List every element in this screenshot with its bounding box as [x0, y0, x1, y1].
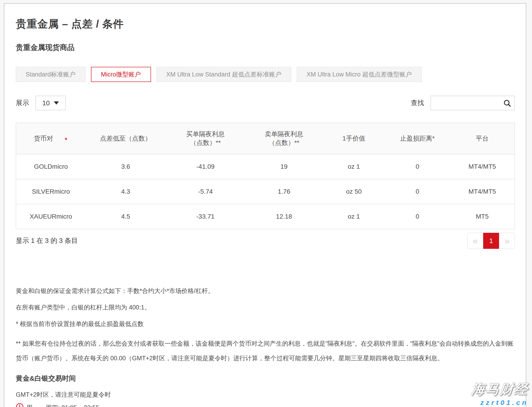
pagination-prev-button[interactable]: « [468, 233, 483, 249]
table-row: GOLDmicro 3.6 -41.09 19 oz 1 0 MT4/MT5 [16, 154, 515, 179]
search-label: 查找 [411, 98, 424, 108]
cell-symbol: GOLDmicro [16, 154, 86, 179]
column-header-spread[interactable]: 点差低至（点数） [86, 123, 165, 154]
table-header-row: 货币对▲ 点差低至（点数） 买单隔夜利息 （点数）** 卖单隔夜利息 （点数）*… [16, 123, 515, 154]
search-icon [503, 99, 512, 109]
note-stop-level: * 根据当前市价设置挂单的最低止损盈最低点数 [16, 320, 515, 328]
instruments-table: 货币对▲ 点差低至（点数） 买单隔夜利息 （点数）** 卖单隔夜利息 （点数）*… [16, 123, 515, 229]
column-header-platform[interactable]: 平台 [450, 123, 515, 154]
content-panel: 贵重金属 – 点差 / 条件 贵重金属现货商品 Standard标准账户 Mic… [4, 3, 526, 407]
search-input[interactable] [431, 96, 514, 110]
search-box [430, 96, 515, 110]
cell-swap-short: 12.18 [245, 204, 322, 229]
cell-swap-short: 19 [245, 154, 322, 179]
cell-swap-long: -41.09 [166, 154, 245, 179]
column-header-symbol-label: 货币对 [34, 135, 53, 142]
cell-swap-long: -5.74 [166, 179, 245, 204]
chevron-down-icon [54, 102, 59, 105]
table-row: SILVERmicro 4.3 -5.74 1.76 oz 50 0 MT4/M… [16, 179, 515, 204]
column-header-swap-long[interactable]: 买单隔夜利息 （点数）** [166, 123, 245, 154]
cell-symbol: XAUEURmicro [16, 204, 86, 229]
cell-platform: MT4/MT5 [450, 179, 515, 204]
timezone-note: GMT+2时区，请注意可能是夏令时 [16, 391, 515, 399]
column-header-stop-level[interactable]: 止盈损距离* [385, 123, 450, 154]
page-size-select[interactable]: 10 [35, 96, 66, 110]
cell-spread: 4.3 [86, 179, 165, 204]
cell-stop-level: 0 [385, 204, 450, 229]
cell-stop-level: 0 [385, 154, 450, 179]
sort-asc-icon: ▲ [64, 136, 68, 141]
table-footer: 显示 1 在 3 的 3 条目 « 1 » [16, 233, 515, 249]
pagination-page-1-button[interactable]: 1 [483, 233, 499, 249]
account-type-tabs: Standard标准账户 Micro微型账户 XM Ultra Low Stan… [16, 67, 515, 82]
pagination-next-button[interactable]: » [499, 233, 515, 249]
trading-hours-weekdays: 周一 – 周四: 01:05 – 23:55 [16, 403, 515, 407]
show-label: 展示 [16, 98, 29, 108]
note-leverage-cap: 在所有账户类型中，白银的杠杆上限均为 400:1。 [16, 303, 515, 312]
trading-hours-weekdays-label: 周一 – 周四: 01:05 – 23:55 [26, 404, 99, 407]
cell-platform: MT5 [450, 204, 515, 229]
notes-section: 黄金和白银的保证金需求计算公式如下：手数*合约大小*市场价格/杠杆。 在所有账户… [16, 287, 515, 366]
table-controls: 展示 10 查找 [16, 96, 515, 110]
pagination: « 1 » [468, 233, 515, 249]
page-size-value: 10 [42, 99, 50, 107]
tab-micro-account[interactable]: Micro微型账户 [91, 67, 151, 82]
column-header-lot-value[interactable]: 1手价值 [322, 123, 385, 154]
tab-standard-account[interactable]: Standard标准账户 [16, 67, 85, 82]
tab-ultra-low-standard-account[interactable]: XM Ultra Low Standard 超低点差标准账户 [156, 67, 291, 82]
cell-swap-short: 1.76 [245, 179, 322, 204]
page-subtitle: 贵重金属现货商品 [16, 43, 515, 53]
cell-stop-level: 0 [385, 179, 450, 204]
cell-spread: 3.6 [86, 154, 165, 179]
cell-symbol: SILVERmicro [16, 179, 86, 204]
cell-lot-value: oz 1 [322, 154, 385, 179]
table-info: 显示 1 在 3 的 3 条目 [16, 236, 78, 245]
page-title: 贵重金属 – 点差 / 条件 [16, 17, 515, 31]
note-margin-formula: 黄金和白银的保证金需求计算公式如下：手数*合约大小*市场价格/杠杆。 [16, 287, 515, 295]
trading-hours-heading: 黄金&白银交易时间 [16, 374, 515, 383]
column-header-swap-short[interactable]: 卖单隔夜利息 （点数）** [245, 123, 322, 154]
table-row: XAUEURmicro 4.5 -33.71 12.18 oz 1 0 MT5 [16, 204, 515, 229]
cell-lot-value: oz 1 [322, 204, 385, 229]
cell-swap-long: -33.71 [166, 204, 245, 229]
tab-ultra-low-micro-account[interactable]: XM Ultra Low Micro 超低点差微型账户 [297, 67, 422, 82]
cell-spread: 4.5 [86, 204, 165, 229]
clock-icon [16, 403, 24, 407]
cell-platform: MT4/MT5 [450, 154, 515, 179]
cell-lot-value: oz 50 [322, 179, 385, 204]
note-swap-explanation: ** 如果您有仓位持仓过夜的话，那么您会支付或者获取一些金额，该金额便是两个货币… [16, 336, 515, 366]
column-header-symbol[interactable]: 货币对▲ [16, 123, 86, 154]
